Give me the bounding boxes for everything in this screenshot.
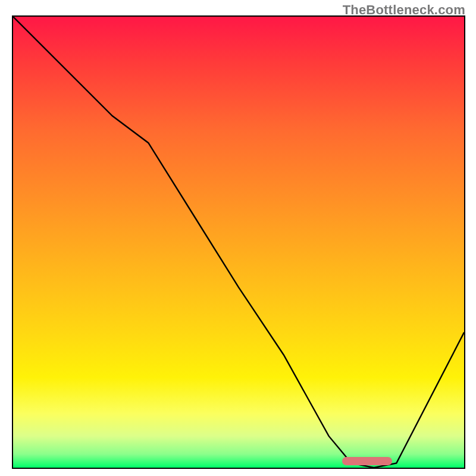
watermark-label: TheBottleneck.com [343,2,465,18]
chart-container: TheBottleneck.com [0,0,476,476]
bottleneck-curve [13,17,464,468]
plot-area [12,15,465,469]
optimal-range-marker [342,457,392,465]
